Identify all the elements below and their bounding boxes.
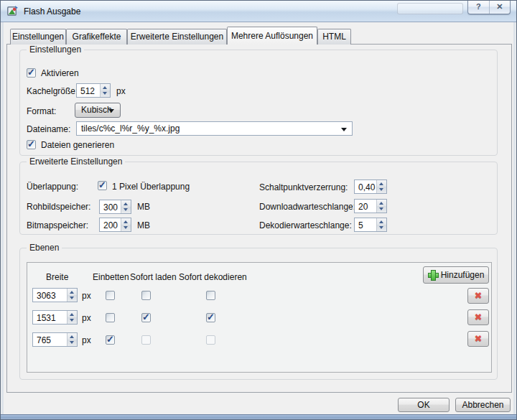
delete-layer-button[interactable]: ✖ xyxy=(467,331,489,347)
downloadwarteschlange-value: 20 xyxy=(358,202,368,212)
delete-layer-button[interactable]: ✖ xyxy=(467,288,489,304)
titlebar-buttons: ? ✕ xyxy=(467,1,511,14)
kachelgroesse-spinner[interactable]: 512 xyxy=(76,83,111,98)
dateiname-value: tiles/c%c_l%r_%y_%x.jpg xyxy=(81,123,180,134)
tab-erweiterte-einstellungen[interactable]: Erweiterte Einstellungen xyxy=(127,29,227,45)
format-dropdown[interactable]: Kubisch xyxy=(75,103,121,118)
add-layer-button-label: Hinzufügen xyxy=(441,270,485,280)
spinner-arrows-icon[interactable] xyxy=(121,218,131,231)
close-button[interactable]: ✕ xyxy=(489,1,511,14)
delete-layer-button[interactable]: ✖ xyxy=(467,309,489,325)
checkbox-ueberlappung[interactable] xyxy=(98,181,107,190)
delete-x-icon: ✖ xyxy=(468,333,488,344)
checkbox-ueberlappung-label: 1 Pixel Überlappung xyxy=(112,182,190,192)
window-frame-left xyxy=(1,22,4,414)
checkbox-sofort-laden[interactable] xyxy=(141,335,151,345)
bitmapspeicher-value: 200 xyxy=(103,220,118,230)
column-header-einbetten: Einbetten xyxy=(93,272,129,282)
spinner-arrows-icon[interactable] xyxy=(376,200,386,213)
ok-button[interactable]: OK xyxy=(398,398,450,412)
layer-width-value: 3063 xyxy=(37,291,56,301)
rohbildspeicher-spinner[interactable]: 300 xyxy=(99,200,131,214)
checkbox-sofort-laden[interactable] xyxy=(141,313,151,322)
checkbox-sofort-dekodieren[interactable] xyxy=(206,335,215,345)
checkbox-dateien-generieren-label: Dateien generieren xyxy=(41,140,114,150)
schaltpunktverzerrung-label: Schaltpunktverzerrung: xyxy=(259,182,348,192)
spinner-arrows-icon[interactable] xyxy=(67,289,77,302)
titlebar[interactable]: Flash Ausgabe ? ✕ xyxy=(1,1,516,22)
spinner-arrows-icon[interactable] xyxy=(376,218,386,231)
layer-width-value: 765 xyxy=(37,335,51,345)
dekodierwarteschlange-label: Dekodierwarteschlange: xyxy=(259,220,352,230)
checkbox-sofort-dekodieren[interactable] xyxy=(206,291,215,300)
checkbox-einbetten[interactable] xyxy=(106,291,115,300)
cancel-button[interactable]: Abbrechen xyxy=(455,398,511,412)
downloadwarteschlange-spinner[interactable]: 20 xyxy=(354,199,387,213)
column-header-sofort-laden: Sofort laden xyxy=(130,272,177,282)
checkbox-dateien-generieren[interactable] xyxy=(27,140,36,149)
group-erweiterte-legend: Erweiterte Einstellungen xyxy=(27,157,125,167)
spinner-arrows-icon[interactable] xyxy=(376,180,386,193)
tab-grafikeffekte[interactable]: Grafikeffekte xyxy=(66,29,127,45)
schaltpunktverzerrung-spinner[interactable]: 0,40 xyxy=(354,179,387,194)
app-icon xyxy=(6,5,19,17)
tab-mehrere-aufloesungen[interactable]: Mehrere Auflösungen xyxy=(227,27,317,45)
layer-width-unit: px xyxy=(82,291,91,301)
schaltpunktverzerrung-value: 0,40 xyxy=(358,182,375,192)
window-artifact xyxy=(397,3,463,14)
tab-html[interactable]: HTML xyxy=(317,29,351,45)
spinner-arrows-icon[interactable] xyxy=(121,200,131,213)
downloadwarteschlange-label: Downloadwarteschlange: xyxy=(259,202,355,212)
bitmapspeicher-unit: MB xyxy=(137,220,150,230)
plus-icon xyxy=(428,270,437,279)
dateiname-combobox[interactable]: tiles/c%c_l%r_%y_%x.jpg xyxy=(76,121,353,136)
rohbildspeicher-value: 300 xyxy=(103,202,118,213)
window-frame-right xyxy=(513,22,516,414)
dekodierwarteschlange-spinner[interactable]: 5 xyxy=(354,218,387,232)
kachelgroesse-value: 512 xyxy=(80,86,95,96)
rohbildspeicher-label: Rohbildspeicher: xyxy=(27,202,90,212)
rohbildspeicher-unit: MB xyxy=(137,202,150,212)
help-button[interactable]: ? xyxy=(468,1,489,14)
column-header-breite: Breite xyxy=(46,272,68,282)
kachelgroesse-unit: px xyxy=(116,86,126,96)
group-erweiterte-einstellungen: Erweiterte Einstellungen xyxy=(19,162,498,235)
window-title: Flash Ausgabe xyxy=(24,6,80,17)
tab-einstellungen[interactable]: Einstellungen xyxy=(10,29,66,45)
checkbox-aktivieren-label: Aktivieren xyxy=(41,68,79,78)
layer-width-unit: px xyxy=(82,313,91,323)
kachelgroesse-label: Kachelgröße: xyxy=(27,86,78,96)
spinner-arrows-icon[interactable] xyxy=(67,311,77,324)
checkbox-sofort-dekodieren[interactable] xyxy=(206,313,215,322)
close-icon: ✕ xyxy=(496,2,503,11)
dateiname-label: Dateiname: xyxy=(27,124,70,134)
format-label: Format: xyxy=(27,106,56,116)
delete-x-icon: ✖ xyxy=(468,290,488,301)
spinner-arrows-icon[interactable] xyxy=(67,333,77,346)
layer-width-spinner[interactable]: 3063 xyxy=(32,288,78,302)
group-einstellungen-legend: Einstellungen xyxy=(27,45,84,55)
help-icon: ? xyxy=(476,2,481,11)
layer-width-spinner[interactable]: 765 xyxy=(32,332,78,347)
dialog-window: Flash Ausgabe ? ✕ Einstellungen Grafikef… xyxy=(0,0,517,420)
bitmapspeicher-label: Bitmapspeicher: xyxy=(27,220,88,230)
spinner-arrows-icon[interactable] xyxy=(100,84,110,97)
checkbox-einbetten[interactable] xyxy=(106,335,115,345)
layer-width-value: 1531 xyxy=(37,313,56,323)
window-frame-bottom xyxy=(1,414,516,419)
dekodierwarteschlange-value: 5 xyxy=(358,220,363,230)
column-header-sofort-dekodieren: Sofort dekodieren xyxy=(179,272,247,282)
delete-x-icon: ✖ xyxy=(468,312,488,322)
bitmapspeicher-spinner[interactable]: 200 xyxy=(99,218,131,232)
add-layer-button[interactable]: Hinzufügen xyxy=(423,266,489,284)
format-value: Kubisch xyxy=(81,105,112,115)
checkbox-einbetten[interactable] xyxy=(106,313,115,322)
checkbox-aktivieren[interactable] xyxy=(27,68,36,78)
checkbox-sofort-laden[interactable] xyxy=(141,291,151,300)
ueberlappung-label: Überlappung: xyxy=(27,182,78,192)
layer-width-spinner[interactable]: 1531 xyxy=(32,310,78,325)
group-ebenen-legend: Ebenen xyxy=(27,243,62,253)
layer-width-unit: px xyxy=(82,335,91,345)
